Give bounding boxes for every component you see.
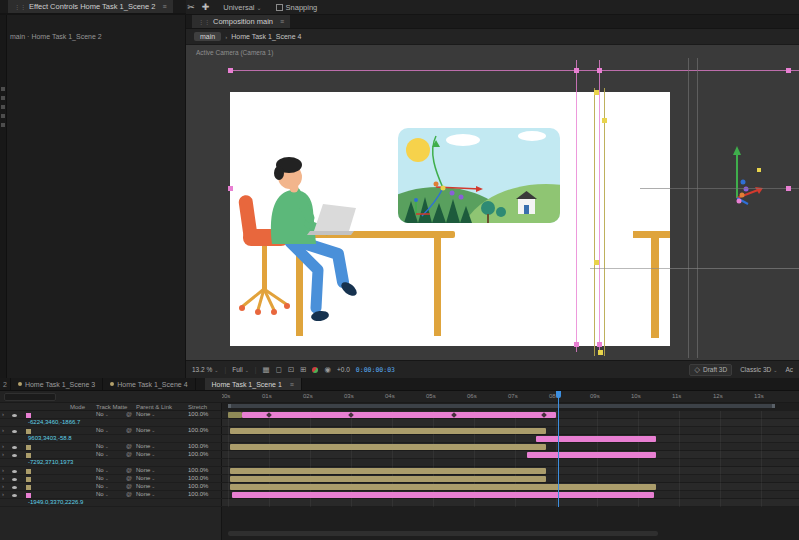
timeline-tab-active[interactable]: Home Task 1_Scene 1 ≡ — [205, 378, 302, 390]
visibility-eye-icon[interactable] — [12, 478, 17, 481]
layer-color-swatch[interactable] — [26, 453, 31, 458]
track-matte-select[interactable]: No⌄ — [96, 467, 109, 473]
puppet-pin-tool-icon[interactable]: ✚ — [202, 0, 210, 14]
camera-exposure-icon[interactable]: ◉ — [324, 365, 331, 374]
visibility-eye-icon[interactable] — [12, 446, 17, 449]
track-matte-select[interactable]: No⌄ — [96, 483, 109, 489]
column-parent[interactable]: Parent & Link — [136, 404, 172, 410]
timeline-tab-2[interactable]: Home Task 1_Scene 4 — [103, 378, 195, 390]
show-channel-icon[interactable] — [312, 367, 318, 373]
guides-options-icon[interactable]: ⊞ — [300, 365, 306, 374]
visibility-eye-icon[interactable] — [12, 494, 17, 497]
property-row[interactable]: -6224,3460,-1866.7 — [0, 419, 222, 427]
visibility-eye-icon[interactable] — [12, 454, 17, 457]
parent-pickwhip-icon[interactable]: @ — [126, 451, 132, 457]
visibility-eye-icon[interactable] — [12, 486, 17, 489]
track-matte-select[interactable]: No⌄ — [96, 475, 109, 481]
parent-pickwhip-icon[interactable]: @ — [126, 467, 132, 473]
track-row[interactable] — [222, 459, 799, 467]
preview-timecode[interactable]: 0:00:00:03 — [356, 366, 395, 374]
layer-duration-bar[interactable] — [230, 484, 656, 490]
region-of-interest-icon[interactable]: ⊡ — [288, 365, 294, 374]
expand-chevron-icon[interactable]: › — [2, 491, 4, 497]
parent-select[interactable]: None⌄ — [136, 475, 156, 481]
layer-duration-bar[interactable] — [242, 412, 556, 418]
visibility-eye-icon[interactable] — [12, 470, 17, 473]
parent-select[interactable]: None⌄ — [136, 451, 156, 457]
visibility-eye-icon[interactable] — [12, 430, 17, 433]
expand-chevron-icon[interactable]: › — [2, 427, 4, 433]
layer-color-swatch[interactable] — [26, 485, 31, 490]
tab-effect-controls[interactable]: ⋮⋮ Effect Controls Home Task 1_Scene 2 ≡ — [8, 0, 173, 13]
layer-color-swatch[interactable] — [26, 493, 31, 498]
track-row[interactable] — [222, 435, 799, 443]
column-trkmat[interactable]: Track Matte — [96, 404, 127, 410]
layer-row[interactable]: ›No⌄@None⌄100.0% — [0, 427, 222, 435]
visibility-eye-icon[interactable] — [12, 414, 17, 417]
layer-duration-bar[interactable] — [230, 428, 546, 434]
layer-duration-bar[interactable] — [230, 476, 546, 482]
property-value[interactable]: 9603,3403,-58.8 — [28, 435, 72, 441]
layer-color-swatch[interactable] — [26, 445, 31, 450]
layer-duration-bar[interactable] — [230, 468, 546, 474]
tab-composition-main[interactable]: ⋮⋮ Composition main ≡ — [192, 15, 290, 28]
property-value[interactable]: -7292,3710,1973 — [28, 459, 73, 465]
property-value[interactable]: -6224,3460,-1866.7 — [28, 419, 80, 425]
parent-select[interactable]: None⌄ — [136, 443, 156, 449]
track-row[interactable] — [222, 419, 799, 427]
composition-canvas[interactable] — [230, 92, 670, 346]
axis-gizmo[interactable] — [715, 140, 775, 210]
parent-select[interactable]: None⌄ — [136, 467, 156, 473]
layer-color-swatch[interactable] — [26, 469, 31, 474]
playhead[interactable] — [558, 391, 559, 507]
layer-row[interactable]: ›No⌄@None⌄100.0% — [0, 451, 222, 459]
layer-row[interactable]: ›No⌄@None⌄100.0% — [0, 443, 222, 451]
layer-row[interactable]: ›No⌄@None⌄100.0% — [0, 483, 222, 491]
timeline-tab-1[interactable]: Home Task 1_Scene 3 — [11, 378, 103, 390]
resolution-select[interactable]: Full⌄ — [232, 366, 249, 373]
timeline-search-input[interactable] — [4, 393, 56, 401]
layer-color-swatch[interactable] — [26, 429, 31, 434]
expand-chevron-icon[interactable]: › — [2, 475, 4, 481]
layer-row[interactable]: ›No⌄@None⌄100.0% — [0, 411, 222, 419]
track-row[interactable] — [222, 499, 799, 507]
property-value[interactable]: -1949.0,3370,2226.9 — [28, 499, 83, 505]
breadcrumb-current[interactable]: Home Task 1_Scene 4 — [231, 33, 301, 40]
track-matte-select[interactable]: No⌄ — [96, 491, 109, 497]
parent-pickwhip-icon[interactable]: @ — [126, 427, 132, 433]
layer-row[interactable]: ›No⌄@None⌄100.0% — [0, 467, 222, 475]
parent-pickwhip-icon[interactable]: @ — [126, 475, 132, 481]
layer-duration-bar[interactable] — [527, 452, 656, 458]
parent-select[interactable]: None⌄ — [136, 483, 156, 489]
property-row[interactable]: 9603,3403,-58.8 — [0, 435, 222, 443]
layer-color-swatch[interactable] — [26, 413, 31, 418]
column-stretch[interactable]: Stretch — [188, 404, 207, 410]
transparency-grid-icon[interactable]: ▦ — [263, 365, 270, 374]
expand-chevron-icon[interactable]: › — [2, 483, 4, 489]
exposure-value[interactable]: +0.0 — [337, 366, 350, 373]
parent-select[interactable]: None⌄ — [136, 491, 156, 497]
layer-row[interactable]: ›No⌄@None⌄100.0% — [0, 475, 222, 483]
timeline-tab-clipped[interactable]: 2 — [0, 378, 11, 390]
layer-duration-bar[interactable] — [228, 412, 242, 418]
breadcrumb-root-chip[interactable]: main — [194, 32, 221, 41]
layer-duration-bar[interactable] — [230, 444, 546, 450]
parent-select[interactable]: None⌄ — [136, 411, 156, 417]
parent-pickwhip-icon[interactable]: @ — [126, 491, 132, 497]
draft-3d-toggle[interactable]: ◇ Draft 3D — [689, 364, 732, 376]
layer-row[interactable]: ›No⌄@None⌄100.0% — [0, 491, 222, 499]
renderer-select[interactable]: Classic 3D⌄ — [740, 366, 777, 373]
expand-chevron-icon[interactable]: › — [2, 451, 4, 457]
mask-visibility-icon[interactable]: ◻ — [276, 365, 282, 374]
track-matte-select[interactable]: No⌄ — [96, 451, 109, 457]
panel-menu-icon[interactable]: ≡ — [162, 3, 166, 10]
column-mode[interactable]: Mode — [70, 404, 85, 410]
universal-dropdown[interactable]: Universal⌄ — [223, 3, 261, 12]
track-matte-select[interactable]: No⌄ — [96, 427, 109, 433]
expand-chevron-icon[interactable]: › — [2, 411, 4, 417]
parent-pickwhip-icon[interactable]: @ — [126, 411, 132, 417]
track-matte-select[interactable]: No⌄ — [96, 443, 109, 449]
layer-duration-bar[interactable] — [232, 492, 654, 498]
layer-duration-bar[interactable] — [536, 436, 657, 442]
roto-brush-tool-icon[interactable]: ✂ — [187, 0, 195, 14]
